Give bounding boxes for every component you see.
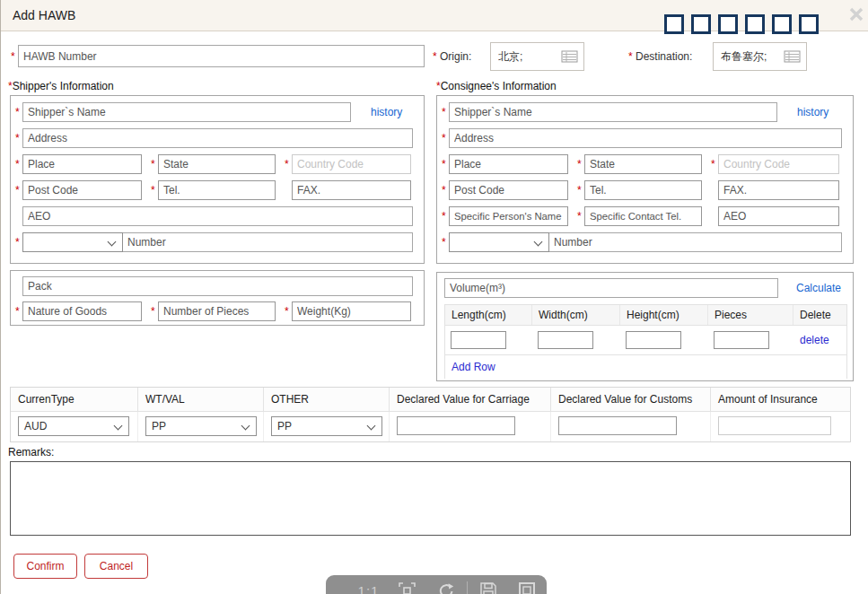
cancel-button[interactable]: Cancel: [84, 554, 148, 579]
consignee-post-code-input[interactable]: [449, 180, 568, 200]
wtval-select[interactable]: PP: [145, 416, 257, 436]
required-marker: *: [151, 158, 158, 170]
pack-input[interactable]: [22, 276, 413, 296]
required-marker: *: [15, 106, 22, 118]
confirm-button[interactable]: Confirm: [13, 554, 77, 579]
table-picker-icon[interactable]: [561, 50, 578, 63]
number-of-pieces-input[interactable]: [158, 301, 276, 321]
shipper-history-link[interactable]: history: [371, 106, 402, 118]
charges-table-row: AUD PP PP: [11, 412, 850, 441]
toolbar-divider: [467, 581, 468, 594]
charges-table-header: CurrenType WT/VAL OTHER Declared Value f…: [11, 388, 850, 412]
origin-input[interactable]: [496, 48, 552, 66]
weight-input[interactable]: [292, 301, 411, 321]
col-header-length: Length(cm): [445, 305, 532, 325]
declared-value-carriage-input[interactable]: [397, 416, 515, 435]
pieces-input[interactable]: [714, 331, 769, 349]
add-row-link[interactable]: Add Row: [452, 361, 495, 373]
consignee-name-input[interactable]: [449, 102, 777, 122]
missing-glyph-box: [664, 14, 684, 34]
chevron-down-icon: [534, 238, 543, 247]
add-hawb-dialog: Add HAWB * *Origin: *Destination: *Shipp…: [0, 0, 868, 594]
shipper-fax-input[interactable]: [292, 180, 411, 200]
consignee-box: * history * * * * * * * *: [436, 95, 854, 264]
required-marker: *: [15, 236, 22, 249]
chevron-down-icon: [108, 238, 117, 247]
hawb-number-input[interactable]: [18, 45, 425, 67]
required-marker: *: [442, 158, 449, 170]
other-select[interactable]: PP: [271, 416, 382, 436]
consignee-state-input[interactable]: [584, 154, 702, 174]
required-marker: *: [11, 50, 18, 63]
shipper-tel-input[interactable]: [158, 180, 276, 200]
shipper-address-input[interactable]: [22, 128, 413, 148]
required-marker: *: [442, 184, 449, 197]
required-marker: *: [15, 184, 22, 197]
shipper-id-type-select[interactable]: [22, 232, 123, 252]
table-picker-icon[interactable]: [784, 50, 801, 63]
rotate-icon[interactable]: [426, 581, 465, 594]
chevron-down-icon: [241, 422, 250, 431]
shipper-state-input[interactable]: [158, 154, 276, 174]
currentype-select[interactable]: AUD: [18, 416, 129, 436]
pack-box: * * *: [10, 270, 425, 326]
viewer-toolbar: 1:1: [326, 575, 547, 594]
shipper-post-code-input[interactable]: [22, 180, 142, 200]
destination-field: [713, 42, 807, 71]
delete-row-link[interactable]: delete: [800, 334, 829, 346]
missing-glyph-box: [745, 14, 765, 34]
col-header-height: Height(cm): [620, 305, 708, 325]
shipper-number-input[interactable]: [122, 232, 413, 252]
chevron-down-icon: [367, 422, 376, 431]
required-marker: *: [285, 158, 292, 170]
shipper-section-title: *Shipper's Information: [8, 80, 114, 92]
required-marker: *: [711, 158, 718, 170]
length-input[interactable]: [451, 331, 506, 349]
consignee-history-link[interactable]: history: [797, 106, 829, 118]
fit-screen-icon[interactable]: [388, 581, 426, 594]
consignee-place-input[interactable]: [449, 154, 568, 174]
col-header-wtval: WT/VAL: [138, 388, 264, 412]
shipper-place-input[interactable]: [22, 154, 142, 174]
col-header-currentype: CurrenType: [11, 388, 138, 412]
destination-input[interactable]: [719, 48, 775, 66]
col-header-declared-customs: Declared Value for Customs: [551, 388, 711, 412]
shipper-aeo-input[interactable]: [22, 206, 413, 226]
height-input[interactable]: [626, 331, 681, 349]
consignee-tel-input[interactable]: [584, 180, 702, 200]
calculate-link[interactable]: Calculate: [796, 282, 841, 294]
origin-label: *Origin:: [433, 50, 471, 63]
required-marker: *: [442, 132, 449, 144]
nature-of-goods-input[interactable]: [22, 301, 142, 321]
volume-input[interactable]: [444, 278, 778, 298]
consignee-id-type-select[interactable]: [449, 232, 549, 252]
width-input[interactable]: [538, 331, 593, 349]
missing-glyph-squares: [664, 14, 819, 34]
frame-icon[interactable]: [508, 581, 547, 594]
col-header-other: OTHER: [264, 388, 390, 412]
remarks-textarea[interactable]: [10, 461, 851, 536]
shipper-box: * history * * * * * * *: [10, 95, 425, 264]
consignee-aeo-input[interactable]: [718, 206, 839, 226]
required-marker: *: [151, 184, 158, 197]
consignee-specific-person-input[interactable]: [449, 206, 568, 226]
volume-box: Calculate Length(cm) Width(cm) Height(cm…: [436, 272, 854, 381]
shipper-country-code-input[interactable]: [292, 154, 411, 174]
required-marker: *: [577, 210, 584, 223]
missing-glyph-box: [691, 14, 711, 34]
consignee-country-code-input[interactable]: [718, 154, 839, 174]
consignee-address-input[interactable]: [449, 128, 842, 148]
amount-of-insurance-input[interactable]: [718, 416, 831, 435]
missing-glyph-box: [799, 14, 819, 34]
close-icon[interactable]: [847, 5, 865, 23]
zoom-ratio-label[interactable]: 1:1: [358, 583, 380, 594]
consignee-fax-input[interactable]: [718, 180, 839, 200]
consignee-number-input[interactable]: [548, 232, 842, 252]
consignee-specific-tel-input[interactable]: [584, 206, 702, 226]
save-icon[interactable]: [469, 581, 508, 594]
shipper-name-input[interactable]: [22, 102, 351, 122]
declared-value-customs-input[interactable]: [558, 416, 677, 435]
dimensions-table: Length(cm) Width(cm) Height(cm) Pieces D…: [444, 304, 847, 379]
required-marker: *: [433, 50, 440, 63]
required-marker: *: [151, 305, 158, 318]
